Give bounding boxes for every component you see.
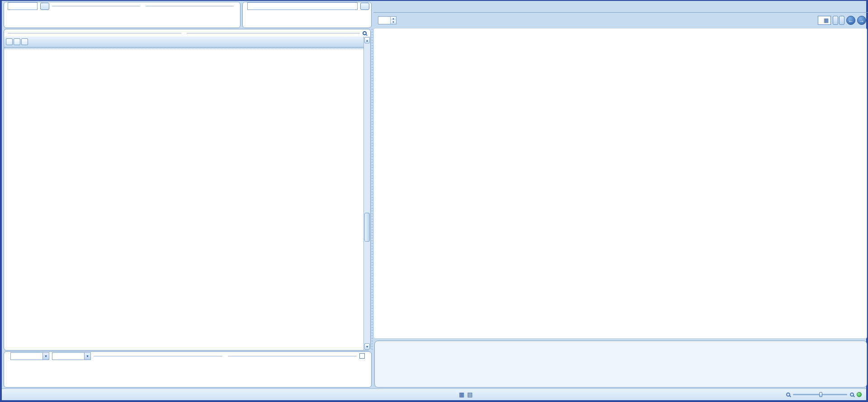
zoom-slider[interactable] (793, 394, 847, 395)
open-position-panel (242, 2, 372, 28)
position-select[interactable] (247, 2, 358, 10)
chain-search-icon[interactable] (363, 31, 367, 35)
connection-status-icon (857, 392, 862, 397)
isolation-mode-select[interactable]: ▼ (10, 352, 49, 360)
chain-prev-button[interactable] (6, 38, 13, 45)
zoom-out-icon[interactable] (786, 393, 790, 397)
quote-panel (4, 2, 241, 28)
position-browse-button[interactable] (360, 3, 369, 10)
projection-metrics-panel (374, 341, 867, 388)
chain-dropdown-button[interactable] (21, 38, 28, 45)
spin-up-icon[interactable]: ▲ (391, 17, 396, 20)
scroll-down-icon[interactable]: ▼ (364, 343, 370, 350)
vertical-splitter[interactable] (371, 29, 373, 351)
scroll-thumb[interactable] (364, 213, 370, 242)
view-grid-icon[interactable]: ▦ (459, 391, 464, 398)
chain-splitter[interactable] (4, 47, 363, 49)
option-chain-body (4, 37, 363, 350)
divider (146, 6, 234, 6)
symbol-browse-button[interactable] (40, 3, 49, 10)
scroll-up-icon[interactable]: ▲ (364, 37, 370, 43)
ignore-trades-checkbox[interactable] (359, 353, 365, 359)
divider (52, 6, 140, 6)
status-bar: ▦ ▤ (2, 388, 866, 400)
chain-scrollbar[interactable]: ▲ ▼ (363, 37, 370, 350)
zoom-in-icon[interactable] (850, 393, 854, 397)
vol-adjust-stepper[interactable]: ▲▼ (378, 16, 396, 24)
app-window: ▲ ▼ ▼ ▼ ▲▼ (0, 0, 868, 402)
spin-down-icon[interactable]: ▼ (391, 20, 396, 24)
chain-next-button[interactable] (14, 38, 20, 45)
t0-button[interactable] (833, 16, 838, 25)
auto-select[interactable]: ▼ (52, 352, 91, 360)
symbol-input[interactable] (8, 2, 38, 10)
option-chain-panel: ▲ ▼ (4, 29, 371, 351)
risk-profile-chart[interactable] (373, 28, 867, 339)
1ln-button[interactable] (839, 16, 844, 25)
view-chart-icon[interactable]: ▤ (467, 391, 472, 398)
projection-next-button[interactable]: → (857, 16, 866, 25)
chart-controls: ▲▼ ▦ ← → (373, 14, 868, 27)
zoom-slider-thumb[interactable] (819, 392, 822, 397)
projection-prev-button[interactable]: ← (846, 16, 855, 25)
calendar-icon[interactable]: ▦ (823, 17, 830, 23)
right-tab-bar (373, 2, 868, 13)
projection-date-input[interactable]: ▦ (818, 16, 831, 25)
expiry-header (4, 37, 363, 47)
trade-analysis-panel: ▼ ▼ (4, 351, 372, 388)
